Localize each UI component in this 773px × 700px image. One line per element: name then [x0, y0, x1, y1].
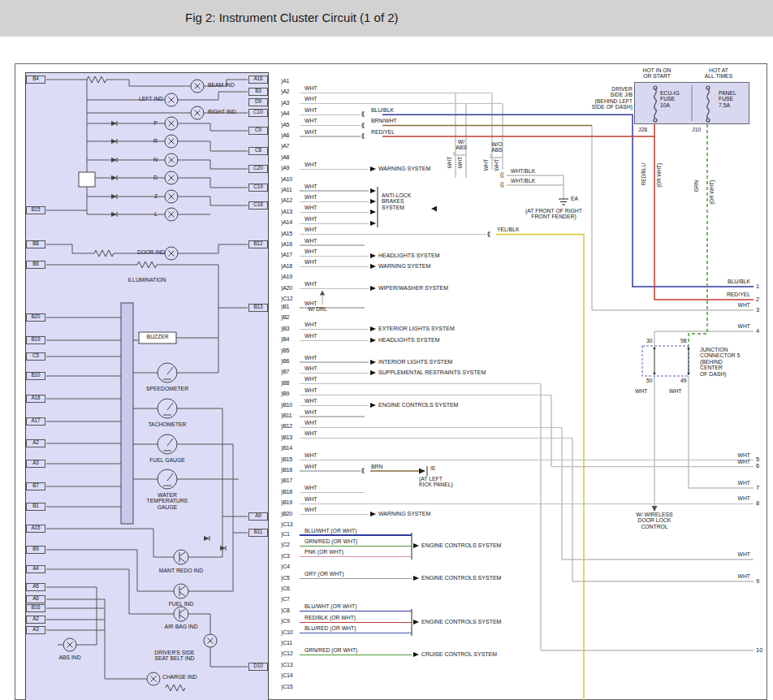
system-label: HEADLIGHTS SYSTEM — [378, 253, 439, 259]
wire-segment — [300, 93, 492, 93]
cluster-pin-label: B11 — [248, 529, 268, 537]
wire-color-label: WHT — [304, 227, 317, 232]
wire-segment — [300, 438, 572, 439]
cluster-pin-label: C18 — [248, 201, 268, 210]
note-fuse-panel: PANELFUSE7.5A — [719, 90, 736, 108]
cluster-pin-label: A2 — [26, 439, 45, 447]
edge-wire-number: 9 — [756, 578, 759, 585]
connector-pin-label: )B7 — [281, 369, 289, 375]
wire-segment — [300, 329, 369, 330]
system-arrow-icon — [413, 620, 419, 624]
wire-color-label: WHT — [304, 496, 317, 502]
wire-color-label: WHT — [304, 162, 317, 167]
note-whtblk1: WHT/BLK — [511, 168, 535, 174]
wire-segment — [300, 405, 369, 406]
connector-pin-label: )C7 — [281, 596, 290, 603]
wire-color-label: GRY (OR WHT) — [304, 571, 343, 577]
system-arrow-icon — [370, 338, 376, 343]
edge-wire-label: WHT — [702, 459, 750, 465]
system-label: INTERIOR LIGHTS SYSTEM — [378, 359, 452, 365]
edge-wire-number: 2 — [756, 296, 759, 303]
cluster-pin-label: C19 — [248, 184, 268, 192]
connector-pin-label: )B9 — [281, 391, 289, 397]
connector-pin-label: )B8 — [281, 380, 289, 387]
note-ea: EA — [571, 196, 578, 201]
wire-color-label: WHT — [304, 430, 317, 436]
system-arrow-icon — [413, 543, 419, 548]
connector-pin-label: )B10 — [281, 402, 292, 408]
connector-pin-label: )A14 — [281, 219, 292, 226]
connector-pin-label: )A20 — [281, 285, 292, 292]
edge-wire-number: 10 — [756, 647, 762, 654]
component-label-absind: ABS IND — [36, 655, 104, 660]
edge-wire-label: BLU/BLK — [702, 279, 750, 284]
wire-segment — [300, 136, 361, 136]
wire-color-label: WHT — [304, 85, 317, 91]
wire-color-label: PNK (OR WHT) — [304, 549, 343, 555]
note-j28: J28 — [638, 127, 647, 132]
note-jc5-pin50: 50 — [646, 378, 653, 383]
connector-pin-label: )A15 — [281, 231, 292, 237]
connector-pin-label: )C14 — [281, 672, 292, 679]
note-whtblk-c2: (( — [500, 181, 504, 187]
edge-wire-label: RED/YEL — [702, 292, 750, 297]
connector-pin-label: )A3 — [281, 100, 289, 106]
wire-segment — [300, 361, 369, 362]
cluster-pin-label: B6 — [26, 261, 45, 269]
connector-pin-label: )B18 — [281, 489, 292, 495]
wire-segment — [300, 244, 365, 245]
connector-pin-label: )B14 — [281, 445, 292, 452]
cluster-pin-label: B9 — [26, 546, 45, 554]
tap-color-label: BRN — [371, 464, 382, 469]
component-label-charge: CHARGE IND — [162, 674, 197, 680]
wire-segment — [300, 416, 365, 417]
note-whtblk2: WHT/BLK — [511, 178, 535, 184]
wire-color-label: WHT — [304, 107, 317, 113]
system-label: ENGINE CONTROLS SYSTEM — [421, 575, 501, 581]
connector-pin-label: )C3 — [281, 553, 290, 560]
connector-pin-label: )B19 — [281, 499, 292, 506]
wire-segment — [300, 383, 541, 384]
wire-segment — [300, 340, 369, 341]
edge-wire-number: 4 — [756, 328, 759, 335]
cluster-pin-label: C5 — [26, 352, 45, 361]
edge-wire-number: 6 — [756, 463, 759, 469]
system-label: WARNING SYSTEM — [378, 166, 430, 172]
wire-segment — [300, 212, 369, 213]
wire-color-label: WHT — [304, 322, 317, 327]
connector-pin-label: )B17 — [281, 477, 292, 484]
connector-pin-label: )A6 — [281, 132, 289, 139]
system-arrow-icon — [370, 221, 376, 226]
note-wireless: W/ WIRELESSDOOR LOCKCONTROL — [620, 512, 689, 529]
component-label-door: DOOR IND — [118, 249, 165, 255]
component-label-seatbelt: DRIVER'S SIDESEAT BELT IND — [137, 650, 212, 662]
wire-segment — [300, 266, 369, 267]
wire-color-label: GRN/RED (OR WHT) — [304, 647, 357, 653]
wire-segment — [300, 256, 369, 257]
connector-pin-label: )A1 — [281, 78, 289, 84]
system-arrow-icon — [370, 199, 376, 204]
wire-color-label: WHT — [304, 398, 317, 404]
note-wht-v1: WHT — [447, 157, 453, 168]
wire-segment — [300, 514, 369, 515]
cluster-pin-label: C8 — [248, 147, 268, 155]
inline-connector-icon: (( — [361, 467, 363, 474]
system-label: ENGINE CONTROLS SYSTEM — [421, 542, 501, 549]
wire-segment — [300, 190, 369, 191]
figure-title-bar: Fig 2: Instrument Cluster Circuit (1 of … — [0, 0, 773, 37]
component-label-speedo: SPEEDOMETER — [135, 386, 200, 391]
system-arrow-icon — [370, 253, 376, 258]
connector-pin-label: )C6 — [281, 585, 290, 592]
cluster-pin-label: A4 — [26, 565, 45, 573]
note-w-abs: W/ABS — [443, 139, 479, 151]
wire-color-label: WHT — [304, 376, 317, 382]
edge-wire-number: 8 — [756, 500, 759, 507]
connector-pin-label: )B5 — [281, 348, 289, 354]
component-label-fuelg: FUEL GAUGE — [135, 457, 200, 463]
connector-pin-label: )A4 — [281, 110, 289, 117]
system-arrow-icon — [413, 652, 419, 657]
edge-wire-label: WHT — [702, 302, 750, 308]
cluster-pin-label: B16 — [26, 604, 45, 612]
connector-pin-label: )A2 — [281, 89, 289, 95]
system-label: HEADLIGHTS SYSTEM — [378, 337, 439, 344]
